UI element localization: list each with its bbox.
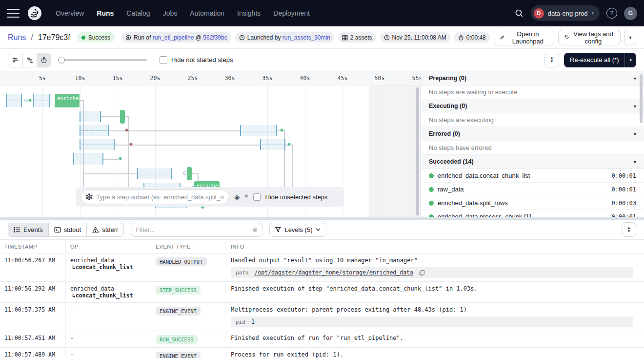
connector-line	[192, 173, 198, 174]
event-timestamp: 11:00:56.267 AM	[0, 253, 66, 281]
connector-line	[101, 116, 120, 117]
col-op: OP	[66, 240, 151, 253]
breadcrumb-runs-link[interactable]: Runs	[8, 33, 26, 42]
axis-tick-label: 55s	[412, 75, 421, 82]
tab-label: stdout	[64, 226, 81, 233]
view-tags-config-button[interactable]: View tags and config	[558, 30, 621, 45]
gantt-scrollbar[interactable]	[416, 87, 419, 215]
run-id: 17e79c3f	[38, 33, 70, 42]
slider-knob[interactable]	[58, 57, 65, 63]
run-tags: Run of run_etl_pipeline @ 562f39bcLaunch…	[121, 32, 490, 42]
step-status-panel: Preparing (0)▾No steps are waiting to ex…	[421, 71, 644, 217]
nav-item-automation[interactable]: Automation	[190, 9, 224, 17]
event-type-badge: STEP_SUCCESS	[156, 286, 201, 295]
event-meta-row: path/opt/dagster/dagster_home/storage/en…	[231, 267, 633, 278]
gantt-marker-green	[287, 143, 291, 146]
nav-item-runs[interactable]: Runs	[97, 9, 114, 17]
op-line: -	[70, 351, 148, 358]
zoom-slider[interactable]	[58, 57, 147, 63]
gantt-marker-red	[125, 128, 128, 132]
collapse-selector-icon[interactable]: ^	[245, 193, 248, 200]
reexecute-dropdown-caret[interactable]: ▾	[624, 53, 636, 67]
nav-item-jobs[interactable]: Jobs	[163, 9, 178, 17]
event-type-cell: ENGINE_EVENT	[151, 348, 225, 358]
op-line: enriched_data	[70, 257, 148, 264]
events-toolbar: Eventsstdoutstderr ⊗ Levels (5) ▲▼	[0, 220, 644, 239]
succeeded-step-row[interactable]: enriched_data.split_rows0:00:03	[421, 196, 644, 210]
workspace-switcher[interactable]: D data-eng-prod ▾	[531, 5, 600, 21]
levels-dropdown[interactable]: Levels (5)	[269, 223, 326, 237]
timed-view-button[interactable]	[37, 53, 51, 67]
avatar[interactable]: G	[624, 7, 637, 20]
event-op: enriched_data↳concat_chunk_list	[66, 282, 151, 302]
grid-icon	[342, 35, 348, 41]
meta-path-link[interactable]: /opt/dagster/dagster_home/storage/enrich…	[255, 269, 413, 276]
gantt-step-bar[interactable]	[120, 110, 125, 124]
gantt-pending-box	[73, 153, 103, 165]
tag-text: 0:00:48	[466, 34, 486, 41]
section-header[interactable]: Succeeded (14)▾	[421, 155, 644, 169]
section-empty-message: No steps are waiting to execute	[421, 85, 644, 99]
axis-tick-label: 5s	[39, 75, 46, 82]
axis-tick-label: 30s	[225, 75, 235, 82]
axis-tick-label: 50s	[375, 75, 385, 82]
warning-icon	[92, 227, 99, 233]
nav-item-insights[interactable]: Insights	[237, 9, 261, 17]
section-header[interactable]: Preparing (0)▾	[421, 71, 644, 85]
layers-icon[interactable]: ◈	[234, 193, 240, 201]
copy-icon[interactable]	[419, 270, 425, 276]
tab-Events[interactable]: Events	[8, 223, 49, 237]
stopwatch-icon	[458, 35, 464, 41]
hide-unselected-checkbox[interactable]	[253, 193, 261, 201]
open-in-launchpad-button[interactable]: Open in Launchpad	[494, 30, 554, 45]
primary-nav: OverviewRunsCatalogJobsAutomationInsight…	[56, 9, 310, 17]
more-actions-button[interactable]: ▾	[624, 30, 636, 45]
flat-view-button[interactable]	[8, 53, 22, 67]
gantt-step-bar-labeled[interactable]: enriche…	[55, 94, 80, 107]
succeeded-step-row[interactable]: raw_data0:00:01	[421, 183, 644, 196]
event-op: -	[66, 331, 151, 347]
terminal-icon	[54, 227, 61, 233]
search-icon[interactable]	[514, 8, 524, 18]
reexecute-all-button[interactable]: Re-execute all (*) ▾	[564, 53, 636, 67]
tag-link[interactable]: run_assets_30min	[282, 34, 330, 41]
workspace-badge: D	[534, 8, 544, 19]
event-meta-row: pid1	[231, 316, 633, 327]
chevron-down-icon: ▾	[629, 35, 631, 40]
tag-link[interactable]: 562f39bc	[203, 34, 227, 41]
tab-stderr[interactable]: stderr	[86, 223, 124, 237]
tag-icon	[564, 34, 569, 41]
expand-panel-stepper[interactable]: ▲▼	[544, 53, 559, 67]
clear-filter-icon[interactable]: ⊗	[252, 226, 258, 233]
nav-item-overview[interactable]: Overview	[56, 9, 84, 17]
event-type-badge: HANDLED_OUTPUT	[156, 257, 207, 266]
event-op: enriched_data↳concat_chunk_list	[66, 253, 151, 281]
connector-line	[128, 159, 129, 173]
slider-track	[58, 59, 147, 61]
connector-line	[115, 145, 260, 146]
section-header[interactable]: Errored (0)▾	[421, 127, 644, 141]
succeeded-step-row[interactable]: enriched_data.process_chunk [1]0:00:01	[421, 210, 644, 217]
op-line: -	[70, 335, 148, 341]
expand-logs-stepper[interactable]: ▲▼	[622, 222, 636, 237]
nav-item-deployment[interactable]: Deployment	[273, 9, 310, 17]
succeeded-step-row[interactable]: enriched_data.concat_chunk_list0:00:01	[421, 169, 644, 183]
tab-stdout[interactable]: stdout	[48, 223, 87, 237]
axis-tick-label: 15s	[113, 75, 123, 82]
panel-scrollbar[interactable]	[640, 74, 643, 123]
meta-value: 1	[251, 318, 255, 325]
section-header[interactable]: Executing (0)▾	[421, 99, 644, 113]
gantt-pending-box	[33, 94, 50, 107]
waterfall-view-button[interactable]	[22, 53, 37, 67]
menu-icon[interactable]	[7, 9, 20, 18]
gantt-step-bar[interactable]	[187, 167, 192, 180]
help-icon[interactable]: ?	[606, 8, 617, 19]
filter-input[interactable]	[136, 226, 249, 233]
section-title: Errored (0)	[429, 130, 460, 137]
tag-link[interactable]: run_etl_pipeline	[153, 34, 194, 41]
gantt-pending-box	[80, 139, 115, 150]
nav-item-catalog[interactable]: Catalog	[126, 9, 150, 17]
hide-not-started-checkbox[interactable]	[160, 56, 167, 64]
section-title: Executing (0)	[429, 103, 467, 109]
step-subset-input[interactable]	[96, 193, 224, 201]
